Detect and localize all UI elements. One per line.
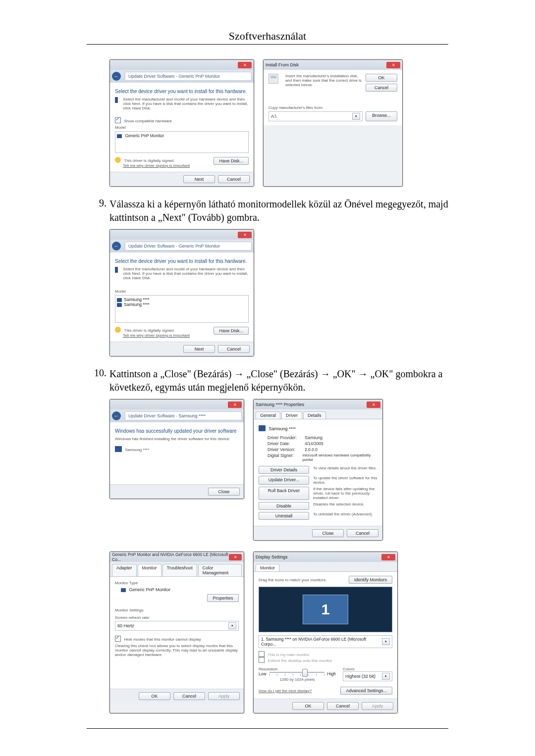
cancel-button[interactable]: Cancel [218,345,250,353]
best-display-link[interactable]: How do I get the best display? [259,689,312,693]
tab-adapter[interactable]: Adapter [112,564,137,576]
step-text: Kattintson a „Close" (Bezárás) → „Close"… [109,367,448,394]
dialog-title: Install From Disk [266,62,299,67]
monitor-icon [259,425,266,431]
rollback-driver-button[interactable]: Roll Back Driver [259,487,309,500]
tab-driver[interactable]: Driver [281,411,302,419]
close-icon[interactable]: ✕ [228,402,242,408]
list-item[interactable]: Generic PnP Monitor [125,133,164,138]
signing-info-link[interactable]: Tell me why driver signing is important [123,333,190,338]
colors-dropdown[interactable]: Highest (32 bit) ▾ [343,671,392,681]
drag-instruction: Drag the icons to match your monitors. [259,578,326,582]
breadcrumb: Update Driver Software - Generic PnP Mon… [125,72,252,81]
list-item[interactable]: Samsung **** [124,297,150,302]
monitor-1-icon[interactable]: 1 [303,595,348,624]
signing-info-link[interactable]: Tell me why driver signing is important [123,163,190,168]
floppy-icon [268,74,278,84]
monitor-icon [121,588,126,592]
drive-value: A:\ [271,114,276,119]
dialog-subtext: Select the manufacturer and model of you… [123,97,249,110]
cancel-button[interactable]: Cancel [366,84,397,92]
tabs: General Driver Details [254,409,382,419]
copy-from-label: Copy manufacturer's files from: [268,105,397,110]
display-settings-dialog: Display Settings ✕ Monitor Drag the icon… [253,552,398,713]
ok-button[interactable]: OK [139,692,170,700]
colors-label: Colors: [343,667,392,671]
model-listbox[interactable]: Samsung **** Samsung **** [115,295,249,323]
refresh-rate-dropdown[interactable]: 60 Hertz ▾ [115,621,239,631]
uninstall-text: To uninstall the driver (Advanced). [313,512,377,520]
monitor-select-dropdown[interactable]: 1. Samsung **** on NVIDIA GeForce 6600 L… [259,635,392,648]
list-item[interactable]: Samsung **** [124,302,150,307]
drive-dropdown[interactable]: A:\ ▾ [268,111,363,121]
dialog-message: Insert the manufacturer's installation d… [285,74,362,87]
digital-signer-label: Digital Signer: [268,453,302,462]
tab-monitor[interactable]: Monitor [256,564,279,571]
have-disk-button[interactable]: Have Disk... [214,157,249,165]
tabs: Adapter Monitor Troubleshoot Color Manag… [110,562,244,577]
install-from-disk-dialog: Install From Disk ✕ Insert the manufactu… [263,59,403,187]
model-listbox[interactable]: Generic PnP Monitor [115,131,249,153]
chevron-down-icon[interactable]: ▾ [382,638,390,645]
next-button[interactable]: Next [183,175,215,183]
driver-details-button[interactable]: Driver Details [259,466,309,474]
next-button[interactable]: Next [183,345,215,353]
breadcrumb: Update Driver Software - Samsung **** [125,411,242,420]
back-icon[interactable]: ← [112,242,121,251]
step-number: 9. [87,198,109,224]
slider-high-label: High [327,671,336,676]
show-compatible-checkbox[interactable] [115,117,121,123]
properties-button[interactable]: Properties [207,594,239,602]
close-icon[interactable]: ✕ [238,62,252,68]
close-icon[interactable]: ✕ [381,554,395,560]
step-10: 10. Kattintson a „Close" (Bezárás) → „Cl… [87,367,448,394]
back-icon[interactable]: ← [112,72,121,81]
tab-general[interactable]: General [256,411,280,419]
close-icon[interactable]: ✕ [386,62,400,68]
colors-value: Highest (32 bit) [345,674,375,679]
tab-monitor[interactable]: Monitor [138,564,161,576]
disable-button[interactable]: Disable [259,502,309,510]
breadcrumb: Update Driver Software - Generic PnP Mon… [125,242,252,251]
cancel-button[interactable]: Cancel [173,692,205,700]
signed-label: This driver is digitally signed. [124,158,175,163]
tab-color-management[interactable]: Color Management [198,564,242,576]
chevron-down-icon[interactable]: ▾ [382,673,390,680]
monitor-icon [115,97,118,103]
hide-modes-checkbox[interactable] [115,636,121,642]
ok-button[interactable]: OK [292,702,324,710]
dialog-subtext: Select the manufacturer and model of you… [123,267,249,280]
chevron-down-icon[interactable]: ▾ [352,113,360,120]
update-driver-button[interactable]: Update Driver... [259,476,309,485]
dialog-title: Display Settings [256,554,288,559]
browse-button[interactable]: Browse... [366,111,397,121]
extend-desktop-checkbox [259,657,265,663]
close-icon[interactable]: ✕ [238,232,252,238]
tab-details[interactable]: Details [303,411,326,419]
cancel-button[interactable]: Cancel [327,702,359,710]
uninstall-button[interactable]: Uninstall [259,512,309,520]
apply-button[interactable]: Apply [208,692,240,700]
close-button[interactable]: Close [208,488,240,496]
identify-monitors-button[interactable]: Identify Monitors [349,576,392,584]
advanced-settings-button[interactable]: Advanced Settings... [340,687,392,695]
monitor-arrangement-area[interactable]: 1 [259,587,392,632]
refresh-rate-label: Screen refresh rate: [115,615,239,620]
driver-version-value: 2.0.0.0 [305,447,318,452]
close-icon[interactable]: ✕ [367,402,380,408]
chevron-down-icon[interactable]: ▾ [228,622,236,629]
have-disk-button[interactable]: Have Disk... [214,327,249,335]
main-monitor-label: This is my main monitor [268,653,310,657]
samsung-properties-dialog: Samsung **** Properties ✕ General Driver… [253,399,383,541]
tabs: Monitor [254,562,397,572]
resolution-slider[interactable]: Low High [259,671,336,676]
back-icon[interactable]: ← [112,411,121,420]
apply-button[interactable]: Apply [362,702,393,710]
cancel-button[interactable]: Cancel [347,529,378,537]
dialog-title: Generic PnP Monitor and NVIDIA GeForce 6… [112,552,229,562]
close-button[interactable]: Close [312,529,344,537]
close-icon[interactable]: ✕ [229,554,242,560]
tab-troubleshoot[interactable]: Troubleshoot [162,564,197,576]
ok-button[interactable]: OK [366,74,397,82]
cancel-button[interactable]: Cancel [218,175,250,183]
